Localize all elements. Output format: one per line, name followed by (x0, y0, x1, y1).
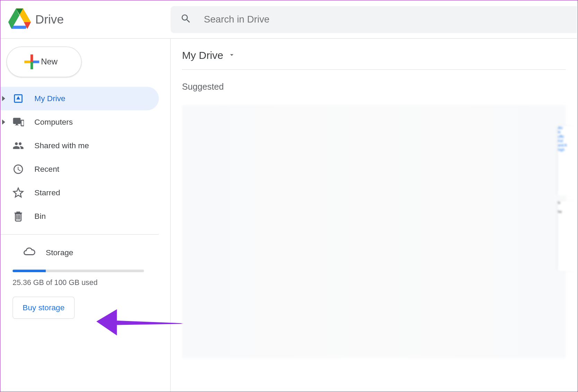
expand-icon[interactable] (2, 119, 5, 125)
divider (0, 234, 159, 234)
app-header: Drive (0, 0, 577, 39)
app-title: Drive (35, 12, 64, 26)
doc-preview-snippet: AlvleofficFirfand Ahigh (558, 126, 575, 196)
search-input[interactable] (204, 14, 521, 25)
expand-icon[interactable] (2, 96, 5, 101)
main-content: My Drive Suggested AlvleofficFirfand Ahi… (170, 39, 577, 392)
sidebar: New My Drive Computers (0, 39, 170, 392)
nav: My Drive Computers Shared with me (0, 87, 170, 319)
computers-icon (12, 116, 24, 128)
sidebar-item-shared[interactable]: Shared with me (0, 134, 159, 158)
suggested-heading: Suggested (182, 82, 566, 92)
sidebar-item-label: Starred (34, 188, 60, 197)
sidebar-item-label: Shared with me (34, 141, 89, 150)
drive-logo-icon (8, 7, 31, 32)
sidebar-item-recent[interactable]: Recent (0, 158, 159, 181)
sidebar-item-bin[interactable]: Bin (0, 205, 159, 228)
shared-icon (12, 140, 24, 151)
sidebar-item-label: Bin (34, 212, 46, 221)
suggested-thumbnails: AlvleofficFirfand Ahigh lvhe (182, 105, 566, 358)
sidebar-item-label: Recent (34, 164, 59, 173)
starred-icon (12, 187, 24, 198)
storage-label: Storage (46, 248, 73, 257)
drive-icon (12, 93, 24, 104)
sidebar-item-computers[interactable]: Computers (0, 110, 159, 134)
cloud-icon (23, 245, 35, 260)
new-button-label: New (41, 57, 58, 67)
breadcrumb[interactable]: My Drive (182, 49, 566, 70)
sidebar-item-label: Computers (34, 117, 73, 126)
bin-icon (12, 211, 24, 222)
buy-storage-button[interactable]: Buy storage (12, 297, 75, 319)
storage-progress-fill (12, 269, 46, 272)
sidebar-item-label: My Drive (34, 94, 65, 103)
breadcrumb-label: My Drive (182, 49, 223, 61)
search-icon (180, 13, 192, 26)
plus-icon (15, 53, 33, 71)
new-button[interactable]: New (7, 47, 82, 77)
search-bar[interactable] (170, 6, 577, 33)
recent-icon (12, 163, 24, 175)
brand[interactable]: Drive (0, 7, 170, 32)
chevron-down-icon (223, 49, 235, 61)
sidebar-item-starred[interactable]: Starred (0, 181, 159, 205)
storage-progress (12, 269, 144, 272)
storage-usage-text: 25.36 GB of 100 GB used (12, 278, 170, 287)
sidebar-item-my-drive[interactable]: My Drive (0, 87, 159, 110)
sidebar-item-storage[interactable]: Storage (0, 241, 170, 264)
doc-preview-snippet: lvhe (558, 201, 575, 271)
